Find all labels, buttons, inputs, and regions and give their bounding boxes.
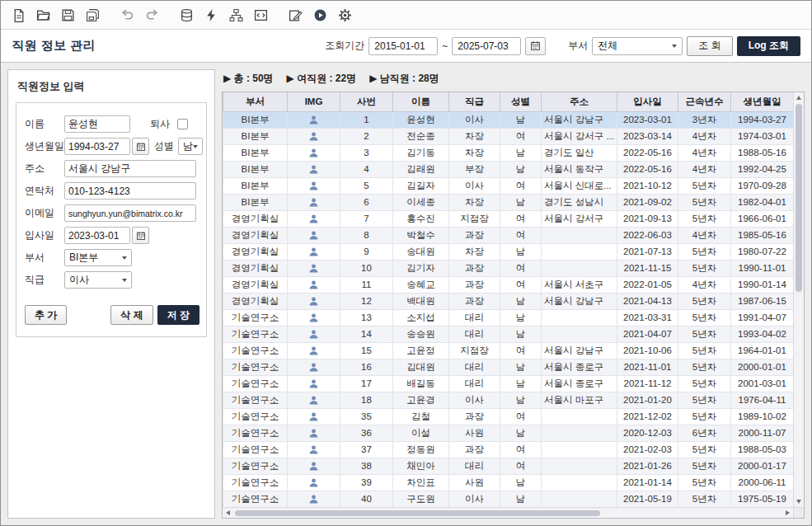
employee-form-panel: 직원정보 입력 이름 퇴사 생년월일 성별 남 <box>7 69 215 519</box>
period-to-input[interactable] <box>452 37 521 55</box>
open-folder-icon[interactable] <box>32 4 54 26</box>
column-header[interactable]: 사번 <box>340 92 393 111</box>
column-header[interactable]: 이름 <box>393 92 449 111</box>
contact-input[interactable] <box>64 182 196 200</box>
vertical-scrollbar[interactable] <box>793 92 804 507</box>
cell-gender: 남 <box>500 474 542 491</box>
code-icon[interactable] <box>250 4 272 26</box>
log-search-button[interactable]: Log 조회 <box>737 36 800 56</box>
cell-empno: 13 <box>340 309 393 326</box>
table-row[interactable]: BI본부5김길자이사여서울시 신대로...2021-10-125년차1970-0… <box>223 177 794 194</box>
database-icon[interactable] <box>176 4 198 26</box>
table-row[interactable]: 경영기획실8박철수과장여2022-06-034년차1985-05-16 <box>223 227 794 243</box>
table-row[interactable]: 기술연구소37정동원과장여2021-02-035년차1988-05-03 <box>223 441 794 458</box>
search-button[interactable]: 조 회 <box>687 36 732 56</box>
table-row[interactable]: BI본부6이세종차장남경기도 성남시2021-09-025년차1982-04-0… <box>223 194 794 210</box>
table-row[interactable]: 기술연구소17배길동대리남서울시 종로구2021-11-125년차2001-03… <box>223 375 794 392</box>
table-row[interactable]: 기술연구소38채민아대리여2021-01-265년차2000-01-17 <box>223 458 794 474</box>
table-row[interactable]: 경영기획실12백대원과장남서울시 강남구2021-04-135년차1987-06… <box>223 293 794 309</box>
org-chart-icon[interactable] <box>225 4 247 26</box>
table-row[interactable]: BI본부3김기동차장남경기도 일산2022-05-164년차1988-05-16 <box>223 144 794 161</box>
table-row[interactable]: 기술연구소15고윤정지점장여서울시 강남구2021-10-065년차1964-0… <box>223 342 794 359</box>
table-row[interactable]: 기술연구소40구도원이사남2021-05-195년차1975-05-19 <box>223 491 794 507</box>
table-row[interactable]: BI본부2전순종차장여서울시 강서구 ...2023-03-144년차1974-… <box>223 128 794 144</box>
table-row[interactable]: 기술연구소35김철과장여2021-12-025년차1989-10-02 <box>223 408 794 425</box>
cell-empno: 12 <box>340 293 393 309</box>
save-icon[interactable] <box>57 4 79 26</box>
scroll-up-icon[interactable] <box>794 92 804 103</box>
cell-birth: 1989-10-02 <box>731 408 794 425</box>
settings-gear-icon[interactable] <box>334 4 356 26</box>
cell-name: 윤성현 <box>393 111 449 128</box>
dept-filter-select[interactable]: 전체 <box>592 37 683 55</box>
table-area: 부서IMG사번이름직급성별주소입사일근속년수생년월일 BI본부1윤성현이사남서울… <box>223 92 793 507</box>
save-all-icon[interactable] <box>82 4 104 26</box>
calendar-icon[interactable] <box>525 37 546 55</box>
cell-dept: 기술연구소 <box>223 342 288 359</box>
scroll-left-icon[interactable] <box>223 508 233 518</box>
vertical-scrollbar-thumb[interactable] <box>796 104 802 292</box>
cell-tenure: 5년차 <box>678 359 731 375</box>
play-icon[interactable] <box>309 4 331 26</box>
table-row[interactable]: 경영기획실10김기자과장여2021-11-155년차1990-11-01 <box>223 260 794 276</box>
table-row[interactable]: 경영기획실9송대원차장남2021-07-135년차1980-07-22 <box>223 243 794 260</box>
cell-position: 대리 <box>449 458 500 474</box>
cell-position: 부장 <box>449 161 500 177</box>
person-icon <box>288 326 340 342</box>
column-header[interactable]: 부서 <box>223 92 288 111</box>
gender-select[interactable]: 남 <box>178 138 203 155</box>
table-row[interactable]: 기술연구소39차인표사원남2021-01-145년차2000-06-11 <box>223 474 794 491</box>
table-row[interactable]: 기술연구소14송승원대리남2021-04-075년차1993-04-02 <box>223 326 794 342</box>
email-input[interactable] <box>64 204 196 222</box>
position-select[interactable]: 이사 <box>64 271 132 289</box>
redo-icon[interactable] <box>141 4 163 26</box>
dept-select[interactable]: BI본부 <box>64 249 132 266</box>
column-header[interactable]: 근속년수 <box>678 92 731 111</box>
scroll-down-icon[interactable] <box>794 496 804 507</box>
column-header[interactable]: 생년월일 <box>731 92 794 111</box>
table-row[interactable]: 기술연구소13소지섭대리남2021-03-315년차1991-04-07 <box>223 309 794 326</box>
cell-address: 경기도 일산 <box>542 144 617 161</box>
name-input[interactable] <box>64 115 130 133</box>
birth-calendar-icon[interactable] <box>132 138 149 155</box>
new-file-icon[interactable] <box>7 4 30 26</box>
period-from-input[interactable] <box>368 37 438 55</box>
column-header[interactable]: 입사일 <box>617 92 678 111</box>
table-row[interactable]: BI본부4김래원부장남서울시 동작구2022-05-164년차1992-04-2… <box>223 161 794 177</box>
scroll-right-icon[interactable] <box>782 508 793 518</box>
person-icon <box>288 194 340 210</box>
column-header[interactable]: 직급 <box>449 92 500 111</box>
cell-position: 과장 <box>449 408 500 425</box>
table-row[interactable]: 경영기획실11송혜교과장여서울시 서초구2022-01-054년차1990-01… <box>223 276 794 293</box>
resign-checkbox[interactable] <box>177 119 188 129</box>
birth-input[interactable] <box>64 138 130 155</box>
add-button[interactable]: 추 가 <box>25 305 67 325</box>
cell-name: 전순종 <box>393 128 449 144</box>
column-header[interactable]: 주소 <box>542 92 617 111</box>
horizontal-scrollbar-thumb[interactable] <box>235 510 600 516</box>
cell-address <box>542 326 617 342</box>
cell-hire: 2021-05-19 <box>617 491 678 507</box>
cell-dept: 경영기획실 <box>223 293 288 309</box>
table-row[interactable]: 기술연구소18고윤경이사남서울시 마포구2021-01-205년차1976-04… <box>223 392 794 408</box>
horizontal-scrollbar[interactable] <box>223 507 793 518</box>
column-header[interactable]: IMG <box>288 92 340 111</box>
delete-button[interactable]: 삭 제 <box>110 305 153 325</box>
column-header[interactable]: 성별 <box>500 92 542 111</box>
employee-grid: 부서IMG사번이름직급성별주소입사일근속년수생년월일 BI본부1윤성현이사남서울… <box>222 92 805 519</box>
table-row[interactable]: 기술연구소16김대원대리남서울시 종로구2021-11-015년차2000-01… <box>223 359 794 375</box>
save-button[interactable]: 저 장 <box>157 305 199 325</box>
cell-tenure: 5년차 <box>678 293 731 309</box>
table-row[interactable]: BI본부1윤성현이사남서울시 강남구2023-03-013년차1994-03-2… <box>223 111 794 128</box>
lightning-icon[interactable] <box>200 4 223 26</box>
address-input[interactable] <box>64 160 196 177</box>
cell-hire: 2022-01-05 <box>617 276 678 293</box>
table-row[interactable]: 기술연구소36이설사원남2020-12-036년차2000-11-07 <box>223 425 794 441</box>
edit-icon[interactable] <box>284 4 307 26</box>
cell-name: 고윤정 <box>393 342 449 359</box>
person-icon <box>288 441 340 458</box>
hire-date-input[interactable] <box>64 227 130 244</box>
table-row[interactable]: 경영기획실7홍수진지점장여서울시 강서구2021-09-135년차1966-06… <box>223 210 794 227</box>
undo-icon[interactable] <box>116 4 138 26</box>
hire-calendar-icon[interactable] <box>132 227 149 244</box>
